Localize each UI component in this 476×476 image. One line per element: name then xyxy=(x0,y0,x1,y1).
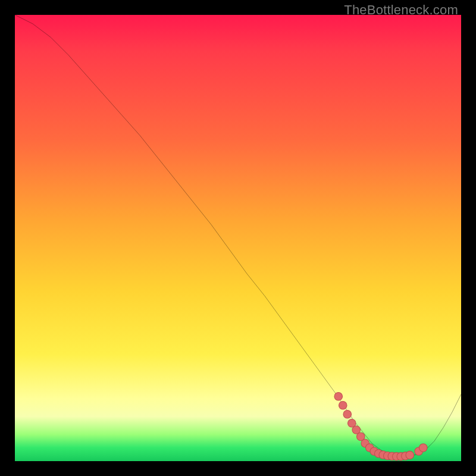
data-point xyxy=(406,451,414,459)
data-point xyxy=(339,402,347,410)
bottleneck-curve xyxy=(15,15,461,457)
data-point xyxy=(419,444,428,452)
curve-layer xyxy=(15,15,461,461)
marker-cluster xyxy=(334,393,427,461)
data-point xyxy=(343,411,352,419)
data-point xyxy=(334,393,343,401)
chart-stage: TheBottleneck.com xyxy=(0,0,476,476)
plot-area xyxy=(15,15,461,461)
